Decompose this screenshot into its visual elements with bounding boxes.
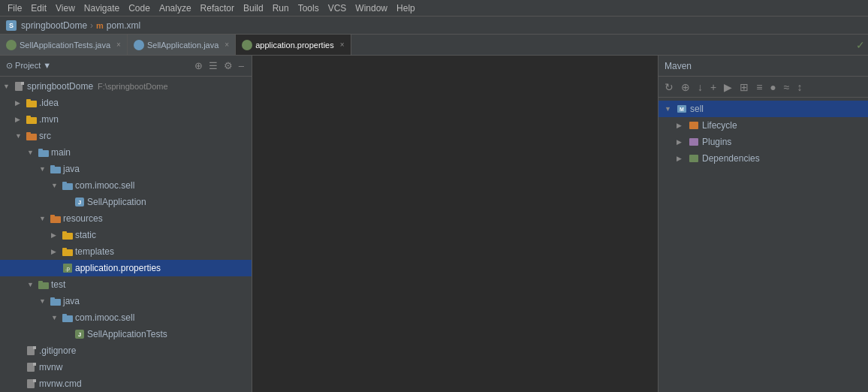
tree-item-main[interactable]: ▼main: [0, 144, 252, 161]
menu-edit[interactable]: Edit: [26, 2, 51, 15]
svg-rect-42: [689, 138, 698, 146]
tree-item-icon: J: [74, 328, 86, 340]
maven-list-btn[interactable]: ≡: [753, 80, 765, 95]
maven-item-label: Plugins: [702, 137, 731, 147]
menu-code[interactable]: Code: [124, 2, 155, 15]
tree-arrow: ▶: [51, 248, 60, 255]
main-layout: ⊙ Project ▼ ⊕ ☰ ⚙ – ▼springbootDomeF:\sp…: [0, 56, 868, 392]
svg-rect-16: [50, 216, 61, 223]
maven-run-btn[interactable]: ▶: [721, 80, 735, 95]
maven-add-btn[interactable]: ⊕: [678, 80, 693, 95]
menu-run[interactable]: Run: [268, 2, 294, 15]
project-tree: ▼springbootDomeF:\springbootDome▶.idea▶.…: [0, 77, 252, 392]
maven-item-icon: [688, 152, 700, 164]
menu-build[interactable]: Build: [239, 2, 268, 15]
svg-rect-33: [33, 346, 36, 349]
svg-rect-4: [26, 117, 37, 124]
menu-file[interactable]: File: [3, 2, 26, 15]
menu-tools[interactable]: Tools: [294, 2, 324, 15]
sidebar-icon-minimize[interactable]: –: [237, 59, 246, 73]
maven-item-dependencies[interactable]: ▶Dependencies: [659, 150, 868, 167]
tab-sell-application-tests[interactable]: SellApplicationTests.java ×: [0, 35, 128, 55]
svg-rect-26: [50, 299, 61, 306]
tree-item-templates[interactable]: ▶templates: [0, 243, 252, 260]
tree-item-mvn[interactable]: ▶.mvn: [0, 111, 252, 128]
svg-rect-19: [62, 231, 67, 234]
editor-area: [252, 56, 658, 392]
tree-item-icon: [26, 361, 38, 373]
tree-item-java[interactable]: ▼java: [0, 161, 252, 177]
tree-item-resources[interactable]: ▼resources: [0, 210, 252, 227]
maven-grid-btn[interactable]: ⊞: [737, 80, 752, 95]
maven-item-icon: M: [676, 103, 688, 115]
maven-updown-btn[interactable]: ↕: [794, 80, 806, 95]
tree-item-label: java: [63, 164, 80, 174]
sidebar-icon-add[interactable]: ⊕: [193, 59, 204, 73]
tree-item-appprops[interactable]: .papplication.properties: [0, 260, 252, 276]
sidebar-title: ⊙ Project ▼: [6, 61, 190, 71]
maven-toolbar: ↻ ⊕ ↓ + ▶ ⊞ ≡ ● ≈ ↕: [659, 77, 868, 98]
svg-rect-5: [26, 116, 31, 118]
svg-rect-1: [21, 82, 24, 85]
breadcrumb-separator: ›: [90, 20, 93, 31]
tab-tests-close[interactable]: ×: [116, 41, 121, 49]
tree-item-label: springbootDome: [27, 81, 93, 92]
menu-analyze[interactable]: Analyze: [155, 2, 196, 15]
tree-item-test[interactable]: ▼test: [0, 276, 252, 293]
tab-sell-application[interactable]: SellApplication.java ×: [128, 35, 236, 55]
sidebar-icon-settings[interactable]: ⚙: [222, 59, 234, 73]
maven-refresh-btn[interactable]: ↻: [662, 80, 677, 95]
sidebar-icon-menu[interactable]: ☰: [207, 59, 219, 73]
menu-refactor[interactable]: Refactor: [196, 2, 239, 15]
maven-item-label: Lifecycle: [702, 120, 737, 131]
menu-help[interactable]: Help: [392, 2, 420, 15]
maven-plus-btn[interactable]: +: [707, 80, 719, 95]
breadcrumb-project[interactable]: springbootDome: [21, 20, 87, 31]
svg-rect-17: [50, 215, 55, 217]
menu-window[interactable]: Window: [351, 2, 392, 15]
tree-item-label: static: [75, 230, 96, 240]
tree-item-idea[interactable]: ▶.idea: [0, 95, 252, 111]
tree-item-SellApp[interactable]: JSellApplication: [0, 194, 252, 210]
maven-download-btn[interactable]: ↓: [695, 80, 706, 95]
maven-item-lifecycle[interactable]: ▶Lifecycle: [659, 117, 868, 134]
tree-item-label: mvnw: [39, 362, 62, 372]
svg-rect-27: [50, 297, 55, 300]
svg-rect-20: [62, 249, 73, 256]
tree-item-icon: [50, 213, 62, 225]
maven-arrow: ▶: [677, 155, 686, 162]
tree-item-root[interactable]: ▼springbootDomeF:\springbootDome: [0, 78, 252, 95]
menu-navigate[interactable]: Navigate: [80, 2, 124, 15]
tree-item-icon: [62, 229, 74, 241]
tree-item-mvnwcmd[interactable]: mvnw.cmd: [0, 375, 252, 392]
tree-item-SellTests[interactable]: JSellApplicationTests: [0, 326, 252, 342]
tree-item-icon: [26, 113, 38, 125]
tree-item-mvnw[interactable]: mvnw: [0, 359, 252, 375]
tree-arrow: ▼: [39, 165, 48, 173]
tree-item-static[interactable]: ▶static: [0, 227, 252, 243]
tree-item-gitignore[interactable]: .gitignore: [0, 342, 252, 359]
tab-sell-close[interactable]: ×: [225, 41, 229, 49]
tree-item-label: SellApplicationTests: [87, 329, 167, 339]
breadcrumb-file[interactable]: pom.xml: [107, 20, 140, 31]
menu-view[interactable]: View: [51, 2, 80, 15]
svg-rect-7: [26, 132, 31, 134]
tree-item-testjava[interactable]: ▼java: [0, 293, 252, 309]
tree-item-testcom[interactable]: ▼com.imooc.sell: [0, 309, 252, 326]
maven-item-sell[interactable]: ▼Msell: [659, 101, 868, 117]
svg-rect-41: [689, 122, 698, 129]
tree-arrow: ▼: [27, 281, 36, 288]
svg-rect-24: [38, 282, 49, 289]
tab-application-properties[interactable]: application.properties ×: [236, 35, 351, 55]
tree-item-src[interactable]: ▼src: [0, 128, 252, 144]
tab-props-close[interactable]: ×: [340, 41, 345, 49]
svg-rect-3: [26, 99, 31, 101]
title-bar: S springbootDome › m pom.xml: [0, 17, 868, 35]
svg-rect-12: [62, 183, 73, 190]
maven-item-plugins[interactable]: ▶Plugins: [659, 134, 868, 150]
tree-item-icon: [62, 246, 74, 258]
tree-item-com[interactable]: ▼com.imooc.sell: [0, 177, 252, 194]
maven-wave-btn[interactable]: ≈: [781, 80, 793, 95]
menu-vcs[interactable]: VCS: [324, 2, 351, 15]
maven-dot-btn[interactable]: ●: [767, 80, 779, 95]
